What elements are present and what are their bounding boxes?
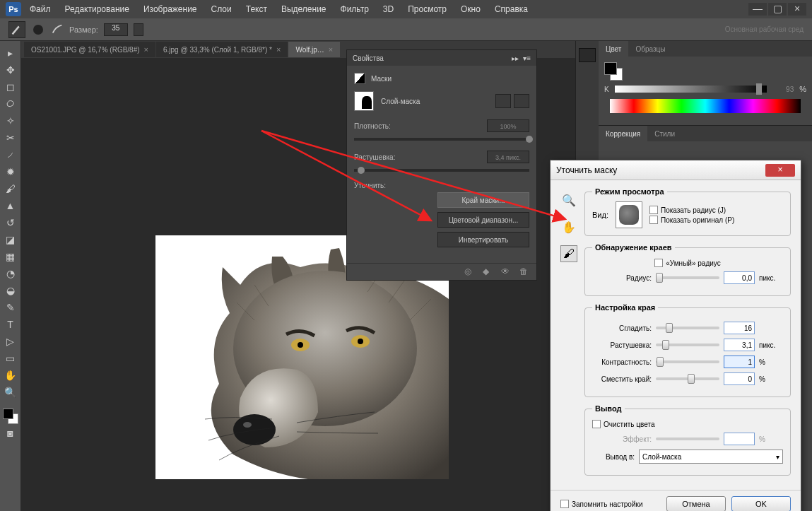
feather-slider[interactable] <box>354 169 529 172</box>
size-input[interactable]: 35 <box>104 23 128 36</box>
contrast-input[interactable] <box>724 356 755 368</box>
k-value[interactable]: 93 <box>772 86 794 93</box>
brush-preview-icon[interactable] <box>31 23 45 37</box>
mask-edge-button[interactable]: Край маски... <box>437 192 529 208</box>
contrast-slider[interactable] <box>656 360 719 363</box>
magic-wand-tool[interactable]: ✧ <box>2 113 19 129</box>
vector-mask-button[interactable] <box>514 94 529 108</box>
move-tool[interactable]: ✥ <box>2 62 19 78</box>
radius-slider[interactable] <box>656 276 719 279</box>
fg-bg-color-swatches[interactable] <box>3 409 18 424</box>
close-button[interactable]: × <box>788 3 806 16</box>
swatches-tab[interactable]: Образцы <box>628 41 672 57</box>
type-tool[interactable]: T <box>2 317 19 332</box>
k-slider[interactable] <box>615 86 767 93</box>
brush-tool[interactable]: 🖌 <box>2 181 19 196</box>
menu-image[interactable]: Изображение <box>138 1 203 17</box>
tool-preset-picker[interactable] <box>8 21 25 38</box>
quick-mask-icon[interactable]: ◙ <box>2 425 19 441</box>
brush-settings-icon[interactable] <box>51 23 64 36</box>
select-mask-icon[interactable]: ◎ <box>464 266 476 278</box>
dodge-tool[interactable]: ◒ <box>2 283 19 298</box>
minimize-button[interactable]: — <box>748 3 767 16</box>
color-tab[interactable]: Цвет <box>599 41 628 57</box>
menu-window[interactable]: Окно <box>455 1 486 17</box>
feather-value[interactable]: 3,4 пикс. <box>487 151 529 163</box>
spectrum-bar[interactable] <box>610 99 801 113</box>
shift-input[interactable] <box>724 372 755 385</box>
gradient-tool[interactable]: ▦ <box>2 249 19 264</box>
doc-tab-3[interactable]: Wolf.jp…× <box>288 42 340 57</box>
correction-tab[interactable]: Коррекция <box>599 126 647 141</box>
show-original-checkbox[interactable] <box>649 216 658 224</box>
color-range-button[interactable]: Цветовой диапазон... <box>437 212 529 228</box>
output-select[interactable]: Слой-маска ▾ <box>639 450 783 464</box>
maximize-button[interactable]: ▢ <box>768 3 787 16</box>
healing-brush-tool[interactable]: ✹ <box>2 164 19 180</box>
doc-tab-1[interactable]: OS21001.JPG @ 16,7% (RGB/8#)× <box>24 42 155 57</box>
menu-select[interactable]: Выделение <box>276 1 332 17</box>
menu-text[interactable]: Текст <box>240 1 273 17</box>
zoom-tool[interactable]: 🔍 <box>2 384 19 400</box>
tab-close-icon[interactable]: × <box>144 45 148 54</box>
menu-edit[interactable]: Редактирование <box>59 1 135 17</box>
show-radius-checkbox[interactable] <box>649 206 658 214</box>
toggle-mask-icon[interactable]: 👁 <box>501 266 512 278</box>
shape-tool[interactable]: ▭ <box>2 351 19 366</box>
menu-help[interactable]: Справка <box>489 1 534 17</box>
smart-radius-checkbox[interactable] <box>654 259 663 267</box>
marquee-tool[interactable]: ◻ <box>2 79 19 95</box>
lasso-tool[interactable] <box>2 96 19 112</box>
pen-tool[interactable]: ✎ <box>2 300 19 315</box>
crop-tool[interactable]: ✂ <box>2 130 19 146</box>
mask-thumbnail[interactable] <box>354 91 374 111</box>
density-slider[interactable] <box>354 138 529 141</box>
fg-swatch[interactable] <box>604 62 617 75</box>
stamp-tool[interactable]: ▲ <box>2 198 19 213</box>
eraser-tool[interactable]: ◪ <box>2 232 19 247</box>
tab-close-icon[interactable]: × <box>329 45 333 54</box>
expand-icon[interactable]: ▸ <box>2 45 19 61</box>
cancel-button[interactable]: Отмена <box>666 496 726 511</box>
fg-color-swatch[interactable] <box>3 409 13 419</box>
eyedropper-tool[interactable]: ⟋ <box>2 147 19 163</box>
tab-close-icon[interactable]: × <box>276 45 281 54</box>
dock-mini-btn-1[interactable] <box>579 48 596 62</box>
ok-button[interactable]: OK <box>731 496 791 511</box>
smooth-slider[interactable] <box>656 327 719 329</box>
pixel-mask-button[interactable] <box>495 94 511 108</box>
shift-slider[interactable] <box>656 377 719 380</box>
density-value[interactable]: 100% <box>487 119 529 132</box>
apply-mask-icon[interactable]: ◆ <box>483 266 494 278</box>
menu-filter[interactable]: Фильтр <box>335 1 375 17</box>
menu-layers[interactable]: Слои <box>206 1 237 17</box>
view-thumbnail[interactable] <box>616 201 642 228</box>
k-slider-thumb[interactable] <box>756 83 762 95</box>
feather-slider2[interactable] <box>656 343 719 346</box>
hand-tool[interactable]: ✋ <box>2 368 19 383</box>
smooth-input[interactable] <box>724 322 755 334</box>
path-select-tool[interactable]: ▷ <box>2 334 19 349</box>
menu-3d[interactable]: 3D <box>377 1 399 17</box>
history-brush-tool[interactable]: ↺ <box>2 215 19 230</box>
feather-input2[interactable] <box>724 339 755 351</box>
remember-checkbox[interactable] <box>560 500 569 508</box>
panel-menu-icon[interactable]: ▾≡ <box>523 54 531 62</box>
styles-tab[interactable]: Стили <box>647 126 682 141</box>
refine-brush-tool[interactable]: 🖌 <box>560 245 577 262</box>
dialog-titlebar[interactable]: Уточнить маску × <box>551 160 801 180</box>
hand-tool-dialog[interactable]: ✋ <box>560 218 577 235</box>
size-dropdown-arrow[interactable] <box>134 23 143 36</box>
menu-view[interactable]: Просмотр <box>402 1 452 17</box>
zoom-tool-dialog[interactable]: 🔍 <box>560 192 577 208</box>
radius-input[interactable] <box>724 271 755 284</box>
invert-button[interactable]: Инвертировать <box>437 232 529 247</box>
blur-tool[interactable]: ◔ <box>2 266 19 281</box>
menu-file[interactable]: Файл <box>24 1 57 17</box>
decontaminate-checkbox[interactable] <box>592 420 601 428</box>
delete-mask-icon[interactable]: 🗑 <box>519 266 531 278</box>
color-swatch-pair[interactable] <box>604 62 623 81</box>
panel-collapse-icon[interactable]: ▸▸ <box>512 54 519 62</box>
dialog-close-button[interactable]: × <box>765 164 795 177</box>
doc-tab-2[interactable]: 6.jpg @ 33,3% (Слой 1, RGB/8*) *× <box>156 42 288 57</box>
